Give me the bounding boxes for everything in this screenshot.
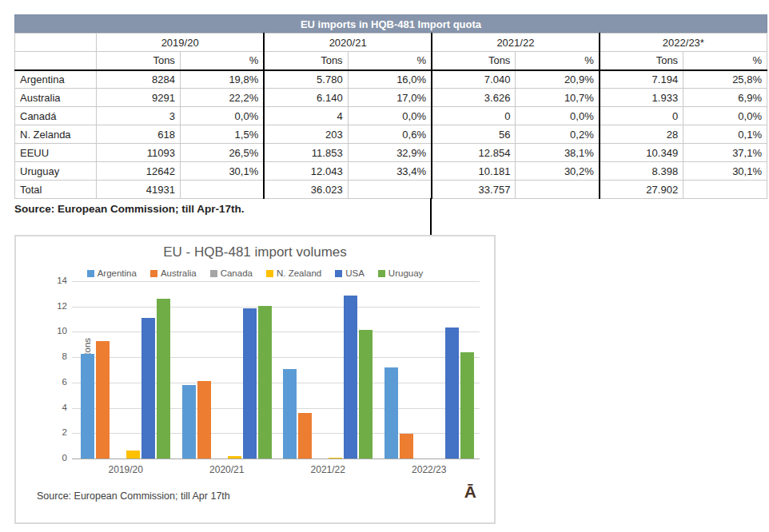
subheader-pct-2022-23[interactable]: %: [683, 52, 767, 70]
cell-eeuu-6[interactable]: 10.349: [600, 144, 683, 162]
cell-n-zelanda-2[interactable]: 203: [264, 125, 348, 144]
cell-argentina-5[interactable]: 20,9%: [516, 70, 600, 89]
cell-australia-2[interactable]: 6.140: [264, 89, 348, 107]
cell-canad-0[interactable]: 3: [97, 107, 181, 125]
cell-australia-6[interactable]: 1.933: [600, 89, 683, 107]
subheader-pct-2021-22[interactable]: %: [516, 52, 600, 70]
cell-n-zelanda-0[interactable]: 618: [97, 125, 181, 144]
row-label-total[interactable]: Total: [15, 181, 97, 199]
bar-usa-2021-22: [344, 296, 357, 459]
subheader-tons-2020-21[interactable]: Tons: [264, 52, 348, 70]
cell-argentina-7[interactable]: 25,8%: [683, 70, 767, 89]
cell-n-zelanda-3[interactable]: 0,6%: [348, 125, 432, 144]
row-label-argentina[interactable]: Argentina: [15, 70, 97, 89]
corner-cell[interactable]: [15, 34, 97, 52]
cell-n-zelanda-6[interactable]: 28: [600, 125, 683, 144]
cell-canad-2[interactable]: 4: [264, 107, 348, 125]
cell-uruguay-6[interactable]: 8.398: [600, 162, 683, 181]
cell-argentina-0[interactable]: 8284: [97, 70, 181, 89]
row-label-eeuu[interactable]: EEUU: [15, 144, 97, 162]
cell-uruguay-5[interactable]: 30,2%: [516, 162, 600, 181]
y-tick-2: 2: [46, 427, 67, 437]
cell-n-zelanda-5[interactable]: 0,2%: [516, 125, 600, 144]
cell-total-1[interactable]: [180, 181, 264, 199]
cell-total-3[interactable]: [348, 181, 432, 199]
subheader-tons-2019-20[interactable]: Tons: [97, 52, 181, 70]
cell-uruguay-7[interactable]: 30,1%: [683, 162, 767, 181]
table-title: EU imports in HQB-481 Import quota: [14, 14, 767, 33]
cell-argentina-2[interactable]: 5.780: [264, 70, 348, 89]
cell-canad-5[interactable]: 0,0%: [516, 107, 600, 125]
legend-label-argentina: Argentina: [98, 268, 137, 278]
row-label-australia[interactable]: Australia: [15, 89, 97, 107]
table-row-canad: Canadá30,0%40,0%00,0%00,0%: [15, 107, 767, 125]
chart-card[interactable]: EU - HQB-481 import volumes ArgentinaAus…: [14, 235, 496, 524]
cell-n-zelanda-7[interactable]: 0,1%: [683, 125, 767, 144]
cell-australia-7[interactable]: 6,9%: [683, 89, 767, 107]
cell-canad-7[interactable]: 0,0%: [683, 107, 767, 125]
cell-uruguay-4[interactable]: 10.181: [432, 162, 516, 181]
year-header-2022-23[interactable]: 2022/23*: [600, 34, 767, 52]
cell-canad-3[interactable]: 0,0%: [348, 107, 432, 125]
bar-argentina-2019-20: [81, 354, 94, 459]
cell-total-4[interactable]: 33.757: [432, 181, 516, 199]
cell-total-0[interactable]: 41931: [97, 181, 181, 199]
table-row-uruguay: Uruguay1264230,1%12.04333,4%10.18130,2%8…: [15, 162, 767, 181]
table-body: 2019/202020/212021/222022/23* Tons%Tons%…: [15, 34, 767, 199]
cell-eeuu-2[interactable]: 11.853: [264, 144, 348, 162]
cell-total-2[interactable]: 36.023: [264, 181, 348, 199]
cell-argentina-4[interactable]: 7.040: [432, 70, 516, 89]
year-header-2019-20[interactable]: 2019/20: [97, 34, 265, 52]
cell-eeuu-1[interactable]: 26,5%: [180, 144, 264, 162]
legend-swatch-canada: [210, 270, 217, 277]
subheader-tons-2022-23[interactable]: Tons: [600, 52, 683, 70]
cell-argentina-1[interactable]: 19,8%: [180, 70, 264, 89]
row-label-uruguay[interactable]: Uruguay: [15, 162, 97, 181]
bar-australia-2022-23: [400, 434, 413, 459]
cell-australia-0[interactable]: 9291: [97, 89, 181, 107]
x-label-2022-23: 2022/23: [379, 464, 480, 475]
legend-item-australia: Australia: [150, 268, 197, 278]
cell-australia-5[interactable]: 10,7%: [516, 89, 600, 107]
bar-usa-2022-23: [445, 328, 459, 459]
import-quota-table-container: EU imports in HQB-481 Import quota 2019/…: [14, 14, 767, 215]
cell-total-7[interactable]: [683, 181, 767, 199]
cell-eeuu-4[interactable]: 12.854: [432, 144, 516, 162]
cell-eeuu-5[interactable]: 38,1%: [516, 144, 600, 162]
cell-canad-6[interactable]: 0: [600, 107, 683, 125]
cell-australia-3[interactable]: 17,0%: [348, 89, 432, 107]
x-label-2020-21: 2020/21: [177, 464, 278, 475]
cell-uruguay-1[interactable]: 30,1%: [180, 162, 264, 181]
bar-group-2019-20: [75, 281, 177, 459]
cell-uruguay-2[interactable]: 12.043: [264, 162, 348, 181]
subheader-pct-2019-20[interactable]: %: [180, 52, 264, 70]
bar-n-zealand-2021-22: [329, 458, 342, 459]
subheader-pct-2020-21[interactable]: %: [348, 52, 432, 70]
cell-argentina-3[interactable]: 16,0%: [348, 70, 432, 89]
cell-eeuu-3[interactable]: 32,9%: [348, 144, 432, 162]
x-label-2019-20: 2019/20: [75, 464, 177, 475]
row-label-n-zelanda[interactable]: N. Zelanda: [15, 125, 97, 144]
legend-swatch-uruguay: [378, 270, 385, 277]
cell-n-zelanda-4[interactable]: 56: [432, 125, 516, 144]
cell-total-5[interactable]: [516, 181, 600, 199]
cell-n-zelanda-1[interactable]: 1,5%: [180, 125, 264, 144]
cell-australia-4[interactable]: 3.626: [432, 89, 516, 107]
year-header-2021-22[interactable]: 2021/22: [432, 34, 600, 52]
cell-eeuu-7[interactable]: 37,1%: [683, 144, 767, 162]
subheader-row: Tons%Tons%Tons%Tons%: [15, 52, 767, 70]
y-tick-14: 14: [46, 276, 67, 285]
subheader-tons-2021-22[interactable]: Tons: [432, 52, 516, 70]
cell-total-6[interactable]: 27.902: [600, 181, 683, 199]
year-header-2020-21[interactable]: 2020/21: [264, 34, 432, 52]
cell-canad-4[interactable]: 0: [432, 107, 516, 125]
cell-uruguay-3[interactable]: 33,4%: [348, 162, 432, 181]
row-label-canad[interactable]: Canadá: [15, 107, 97, 125]
cell-canad-1[interactable]: 0,0%: [180, 107, 264, 125]
cell-eeuu-0[interactable]: 11093: [97, 144, 181, 162]
cell-uruguay-0[interactable]: 12642: [97, 162, 181, 181]
legend-label-n-zealand: N. Zealand: [277, 268, 321, 278]
empty-subheader-cell[interactable]: [15, 52, 97, 70]
cell-australia-1[interactable]: 22,2%: [180, 89, 264, 107]
cell-argentina-6[interactable]: 7.194: [600, 70, 683, 89]
